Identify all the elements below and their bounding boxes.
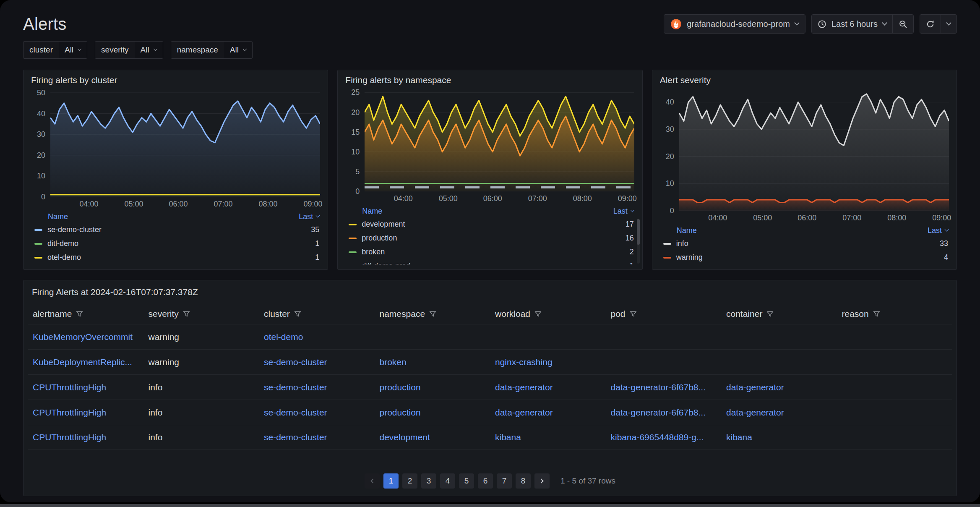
column-header-severity[interactable]: severity	[143, 304, 259, 324]
legend-scrollbar[interactable]	[637, 219, 640, 264]
plot-area[interactable]	[365, 89, 634, 191]
cell-link[interactable]: data-generator	[726, 408, 784, 418]
panel-title[interactable]: Firing alerts by namespace	[338, 70, 642, 87]
plot-area[interactable]	[679, 89, 949, 211]
cell-link[interactable]: production	[380, 382, 421, 392]
cell-link[interactable]: kibana	[495, 432, 521, 442]
page-button-5[interactable]: 5	[459, 473, 474, 489]
cell-link[interactable]: production	[380, 408, 421, 418]
x-tick-label: 08:00	[887, 214, 906, 222]
table-cell-empty	[375, 324, 490, 349]
column-header-namespace[interactable]: namespace	[375, 304, 490, 324]
cell-link[interactable]: otel-demo	[264, 332, 303, 342]
filter-funnel-icon[interactable]	[76, 311, 83, 318]
cell-link[interactable]: KubeDeploymentReplic...	[33, 357, 132, 367]
filter-value-dropdown[interactable]: All	[135, 42, 163, 58]
page-button-1[interactable]: 1	[383, 473, 399, 489]
series-name: production	[362, 234, 397, 243]
cell-link[interactable]: broken	[380, 357, 407, 367]
legend-sort-name[interactable]: Name	[48, 212, 68, 221]
column-header-container[interactable]: container	[721, 304, 837, 324]
filter-value-dropdown[interactable]: All	[224, 42, 252, 58]
table-cell: se-demo-cluster	[259, 375, 375, 400]
cell-link[interactable]: CPUThrottlingHigh	[33, 432, 106, 442]
previous-page-button[interactable]	[365, 473, 380, 489]
cell-link[interactable]: nginx-crashing	[495, 357, 553, 367]
refresh-interval-dropdown[interactable]	[941, 15, 957, 33]
plot-area[interactable]	[50, 89, 320, 197]
filter-funnel-icon[interactable]	[294, 311, 301, 318]
time-range-button[interactable]: Last 6 hours	[812, 15, 892, 33]
cell-link[interactable]: kibana	[726, 432, 752, 442]
legend-sort-last[interactable]: Last	[928, 226, 948, 235]
table-cell-empty	[606, 324, 722, 349]
legend-item-se-demo-cluster[interactable]: se-demo-cluster35	[34, 223, 319, 237]
cell-link[interactable]: data-generator	[726, 382, 784, 392]
cell-link[interactable]: data-generator	[495, 408, 553, 418]
cell-link[interactable]: data-generator-6f67b8...	[611, 408, 706, 418]
legend-item-ditl-demo-prod[interactable]: ditl-demo-prod1	[349, 259, 633, 264]
zoom-out-button[interactable]	[892, 15, 913, 33]
page-button-4[interactable]: 4	[440, 473, 455, 489]
filter-funnel-icon[interactable]	[183, 311, 190, 318]
page-button-3[interactable]: 3	[421, 473, 436, 489]
cell-link[interactable]: data-generator	[495, 382, 553, 392]
column-header-alertname[interactable]: alertname	[28, 304, 143, 324]
table-row: CPUThrottlingHighinfose-demo-clusterprod…	[28, 400, 952, 425]
filter-funnel-icon[interactable]	[766, 311, 774, 318]
cell-link[interactable]: KubeMemoryOvercommit	[33, 332, 133, 342]
page-button-6[interactable]: 6	[478, 473, 493, 489]
legend-item-warning[interactable]: warning4	[663, 251, 948, 264]
datasource-picker[interactable]: grafanacloud-sedemo-prom	[664, 14, 805, 34]
cell-link[interactable]: se-demo-cluster	[264, 432, 327, 442]
column-header-pod[interactable]: pod	[606, 304, 722, 324]
legend-sort-name[interactable]: Name	[677, 226, 697, 235]
cell-link[interactable]: CPUThrottlingHigh	[33, 382, 106, 392]
legend-rows: se-demo-cluster35ditl-demo1otel-demo1	[34, 223, 319, 264]
datasource-label: grafanacloud-sedemo-prom	[687, 19, 790, 29]
table-cell: CPUThrottlingHigh	[28, 400, 143, 425]
next-page-button[interactable]	[534, 473, 550, 489]
filter-funnel-icon[interactable]	[630, 311, 637, 318]
cell-link[interactable]: se-demo-cluster	[264, 357, 327, 367]
legend-item-broken[interactable]: broken2	[349, 245, 633, 259]
filter-value-dropdown[interactable]: All	[59, 42, 87, 58]
column-header-cluster[interactable]: cluster	[259, 304, 375, 324]
legend-item-ditl-demo[interactable]: ditl-demo1	[34, 237, 319, 251]
cell-link[interactable]: development	[380, 432, 430, 442]
table-row: CPUThrottlingHighinfose-demo-clusterprod…	[28, 374, 952, 400]
series-name: ditl-demo	[47, 239, 78, 248]
x-axis: 04:0005:0006:0007:0008:0009:00	[679, 211, 949, 223]
legend-sort-last[interactable]: Last	[299, 212, 319, 221]
page-button-7[interactable]: 7	[497, 473, 512, 489]
legend-item-production[interactable]: production16	[349, 231, 633, 245]
table-panel-title[interactable]: Firing Alerts at 2024-02-16T07:07:37.378…	[23, 280, 957, 301]
cell-link[interactable]: data-generator-6f67b8...	[611, 382, 706, 392]
y-tick-label: 50	[37, 89, 45, 97]
legend-sort-last[interactable]: Last	[613, 207, 634, 216]
legend-item-development[interactable]: development17	[349, 217, 633, 231]
filter-bar: clusterAllseverityAllnamespaceAll	[0, 34, 980, 59]
legend-sort-name[interactable]: Name	[362, 207, 382, 216]
series-color-swatch	[349, 224, 357, 225]
panel-title[interactable]: Alert severity	[652, 70, 957, 87]
column-header-reason[interactable]: reason	[837, 304, 953, 324]
filter-funnel-icon[interactable]	[873, 311, 880, 318]
legend-item-info[interactable]: info33	[663, 237, 948, 251]
filter-funnel-icon[interactable]	[429, 311, 436, 318]
column-header-workload[interactable]: workload	[490, 304, 606, 324]
page-button-8[interactable]: 8	[516, 473, 531, 489]
filter-namespace[interactable]: namespaceAll	[171, 41, 253, 59]
filter-funnel-icon[interactable]	[534, 311, 542, 318]
page-button-2[interactable]: 2	[402, 473, 417, 489]
cell-link[interactable]: kibana-6965448d89-g...	[611, 432, 704, 442]
cell-link[interactable]: se-demo-cluster	[264, 408, 327, 418]
refresh-button[interactable]	[920, 15, 941, 33]
filter-severity[interactable]: severityAll	[95, 41, 163, 59]
scrollbar-thumb[interactable]	[637, 219, 640, 245]
cell-link[interactable]: CPUThrottlingHigh	[33, 408, 106, 418]
legend-item-otel-demo[interactable]: otel-demo1	[34, 251, 319, 264]
filter-cluster[interactable]: clusterAll	[23, 41, 87, 59]
panel-title[interactable]: Firing alerts by cluster	[23, 70, 328, 87]
cell-link[interactable]: se-demo-cluster	[264, 382, 327, 392]
